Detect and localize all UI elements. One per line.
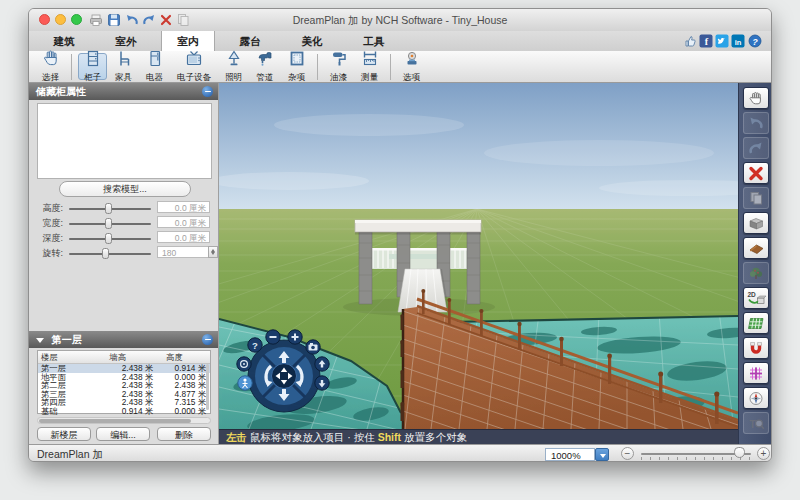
tool-label: 电器 (146, 72, 163, 84)
width-slider[interactable] (69, 223, 151, 225)
nav-zoom-in-button[interactable] (288, 330, 302, 344)
tab-landscaping[interactable]: 美化 (285, 31, 339, 51)
view-2d-3d-icon: 2D (746, 290, 766, 306)
width-value-field[interactable]: 0.0 厘米 (157, 216, 210, 228)
collapse-triangle-icon[interactable] (36, 338, 44, 343)
like-icon[interactable] (683, 34, 697, 48)
collapse-properties-button[interactable] (202, 86, 213, 97)
edit-floor-button[interactable]: 编辑... (96, 427, 150, 441)
new-floor-button[interactable]: 新楼层 (37, 427, 91, 441)
pan-tool-button[interactable] (743, 87, 769, 109)
tool-plumbing[interactable]: 管道 (250, 53, 280, 80)
save-icon[interactable] (107, 13, 121, 27)
floor-row[interactable]: 基础 0.914 米 0.000 米 (38, 407, 210, 416)
minimize-window-button[interactable] (55, 14, 66, 25)
tool-cabinets[interactable]: 柜子 (78, 53, 107, 80)
tab-deck[interactable]: 露台 (223, 31, 277, 51)
nav-down-button[interactable] (315, 376, 329, 390)
nav-up-button[interactable] (315, 357, 329, 371)
nav-camera-button[interactable] (306, 340, 320, 354)
search-model-button[interactable]: 搜索模型... (59, 181, 191, 197)
hint-shift-key: Shift (378, 431, 401, 443)
nav-zoom-out-button[interactable] (266, 330, 280, 344)
tool-appliances[interactable]: 电器 (140, 53, 169, 80)
tool-select[interactable]: 选择 (36, 53, 65, 80)
tool-measure[interactable]: 测量 (355, 53, 384, 80)
hand-icon (43, 50, 59, 71)
height-slider[interactable] (69, 208, 151, 210)
table-horizontal-scrollbar[interactable] (37, 417, 211, 424)
paint-roller-icon (331, 50, 347, 71)
column-header: 高度 (160, 351, 210, 363)
close-window-button[interactable] (39, 14, 50, 25)
zoom-out-button[interactable]: − (621, 447, 634, 460)
delete-floor-button[interactable]: 删除 (157, 427, 211, 441)
undo-icon[interactable] (125, 13, 139, 27)
copy-icon[interactable] (176, 13, 190, 27)
depth-value-field[interactable]: 0.0 厘米 (157, 231, 210, 243)
compass-button[interactable] (743, 387, 769, 409)
tool-options[interactable]: 选项 (397, 53, 426, 80)
print-icon[interactable] (89, 13, 103, 27)
toolbar-separator (71, 54, 72, 80)
undo-button[interactable] (743, 112, 769, 134)
zoom-in-button[interactable]: + (757, 447, 770, 460)
redo-icon[interactable] (142, 13, 156, 27)
wall-height: 0.914 米 (103, 407, 160, 416)
text-magnifier-icon: T (747, 416, 765, 431)
viewport-3d[interactable]: ? (219, 83, 738, 444)
hint-text: 放置多个对象 (401, 431, 467, 443)
tab-building[interactable]: 建筑 (37, 31, 91, 51)
tool-lighting[interactable]: 照明 (219, 53, 248, 80)
snap-magnet-button[interactable] (743, 337, 769, 359)
tool-electronics[interactable]: 电子设备 (171, 53, 217, 80)
scene-canvas[interactable]: ? (219, 83, 738, 429)
zoom-value-field[interactable]: 1000% (545, 448, 595, 461)
depth-slider[interactable] (69, 238, 151, 240)
facebook-icon[interactable]: f (699, 34, 713, 48)
tool-paint[interactable]: 油漆 (324, 53, 353, 80)
zoom-slider-thumb[interactable] (734, 447, 745, 458)
delete-object-button[interactable] (743, 162, 769, 184)
tool-label: 选项 (403, 72, 420, 84)
copy-object-button[interactable] (743, 187, 769, 209)
nav-pan-button[interactable] (272, 364, 297, 389)
delete-icon[interactable] (159, 13, 173, 27)
terrain-wood-button[interactable] (743, 237, 769, 259)
svg-text:T: T (750, 418, 756, 429)
measure-grid-button[interactable] (743, 362, 769, 384)
nav-target-button[interactable] (237, 357, 251, 371)
table-vertical-scrollbar[interactable] (206, 364, 209, 410)
tool-furniture[interactable]: 家具 (109, 53, 138, 80)
zoom-slider-ticks (641, 457, 751, 460)
zoom-window-button[interactable] (71, 14, 82, 25)
height-value-field[interactable]: 0.0 厘米 (157, 201, 210, 213)
floor-name: 基础 (38, 407, 103, 416)
properties-panel-header: 储藏柜属性 (29, 83, 218, 100)
linkedin-icon[interactable]: in (731, 34, 745, 48)
rotation-value-field[interactable]: 180 (157, 246, 210, 258)
content-area: 储藏柜属性 搜索模型... 高度: 0.0 厘米 宽度: 0.0 厘米 深度: … (29, 83, 772, 444)
nav-walk-button[interactable] (238, 376, 252, 390)
building-block-button[interactable] (743, 212, 769, 234)
help-icon[interactable]: ? (748, 34, 762, 48)
grid-toggle-button[interactable] (743, 312, 769, 334)
view-2d-3d-toggle-button[interactable]: 2D (743, 287, 769, 309)
window-title: DreamPlan 加 by NCH Software - Tiny_House (29, 9, 771, 31)
rotation-slider[interactable] (69, 253, 151, 255)
nav-help-button[interactable]: ? (248, 338, 262, 352)
tool-misc[interactable]: 杂项 (282, 53, 311, 80)
tool-label: 管道 (257, 72, 274, 84)
twitter-icon[interactable] (715, 34, 729, 48)
plant-button[interactable] (743, 262, 769, 284)
copy-pages-icon (747, 191, 765, 206)
tab-indoor[interactable]: 室内 (161, 31, 215, 51)
rotation-stepper[interactable] (208, 246, 218, 258)
redo-button[interactable] (743, 137, 769, 159)
zoom-text-button[interactable]: T (743, 412, 769, 434)
tab-outdoor[interactable]: 室外 (99, 31, 153, 51)
collapse-floors-button[interactable] (202, 334, 213, 345)
zoom-dropdown-button[interactable] (595, 448, 609, 461)
appliance-icon (147, 50, 163, 71)
tab-tools[interactable]: 工具 (347, 31, 401, 51)
